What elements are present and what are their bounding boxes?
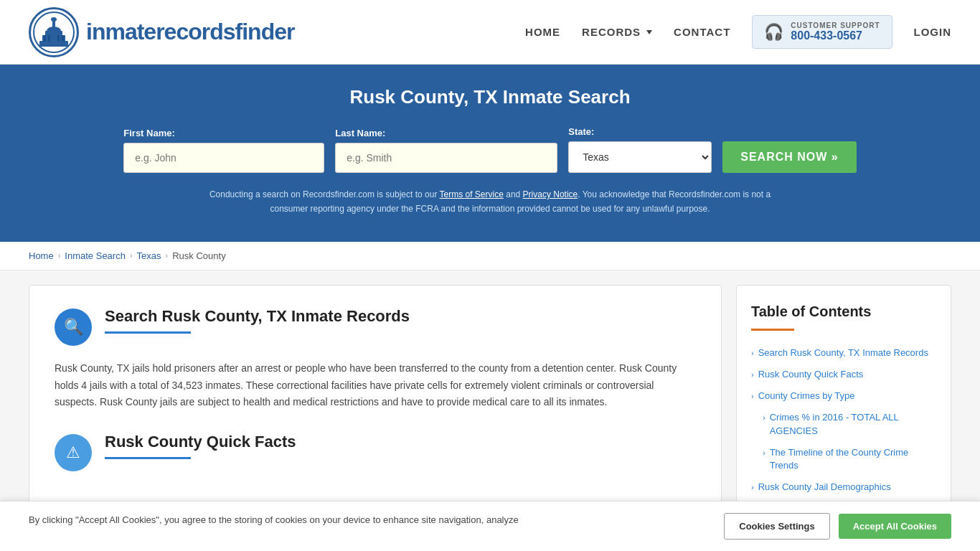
- svg-point-6: [51, 17, 57, 22]
- quick-facts-underline: [105, 457, 191, 459]
- customer-support-box[interactable]: 🎧 CUSTOMER SUPPORT 800-433-0567: [752, 15, 892, 49]
- logo-area: inmaterecordsfinder: [29, 7, 294, 57]
- breadcrumb-state[interactable]: Texas: [137, 250, 161, 261]
- support-label: CUSTOMER SUPPORT: [791, 22, 880, 29]
- quick-facts-icon: ⚠: [55, 434, 92, 471]
- quick-facts-title-wrap: Rusk County Quick Facts: [105, 433, 296, 459]
- toc-item[interactable]: ›Search Rusk County, TX Inmate Records: [751, 342, 936, 364]
- toc-list: ›Search Rusk County, TX Inmate Records›R…: [751, 342, 936, 499]
- toc-chevron-icon: ›: [751, 370, 754, 379]
- section-title-wrap: Search Rusk County, TX Inmate Records: [105, 307, 410, 334]
- breadcrumb: Home › Inmate Search › Texas › Rusk Coun…: [0, 242, 980, 270]
- search-form: First Name: Last Name: State: Texas SEAR…: [29, 126, 951, 173]
- breadcrumb-sep-1: ›: [58, 251, 61, 260]
- content-left: 🔍 Search Rusk County, TX Inmate Records …: [29, 285, 722, 517]
- support-text: CUSTOMER SUPPORT 800-433-0567: [791, 22, 880, 42]
- section-title-underline: [105, 331, 191, 334]
- first-name-label: First Name:: [123, 128, 324, 138]
- state-select[interactable]: Texas: [568, 141, 712, 173]
- logo-icon: [29, 7, 79, 57]
- cookie-accept-button[interactable]: Accept All Cookies: [839, 514, 951, 531]
- toc-link[interactable]: Crimes % in 2016 - TOTAL ALL AGENCIES: [770, 411, 936, 437]
- main-content: 🔍 Search Rusk County, TX Inmate Records …: [0, 270, 980, 532]
- svg-rect-8: [48, 35, 50, 42]
- toc-chevron-icon: ›: [751, 349, 754, 357]
- breadcrumb-county: Rusk County: [172, 250, 225, 261]
- section-body: Rusk County, TX jails hold prisoners aft…: [55, 360, 696, 411]
- privacy-link[interactable]: Privacy Notice: [523, 189, 578, 199]
- toc-item[interactable]: ›County Crimes by Type: [751, 385, 936, 407]
- cookie-banner: By clicking "Accept All Cookies", you ag…: [0, 501, 980, 531]
- nav-area: HOME RECORDS CONTACT 🎧 CUSTOMER SUPPORT …: [525, 15, 951, 49]
- last-name-input[interactable]: [335, 143, 557, 173]
- toc-link[interactable]: The Timeline of the County Crime Trends: [770, 446, 936, 472]
- hero-disclaimer: Conducting a search on Recordsfinder.com…: [196, 187, 784, 217]
- svg-rect-1: [39, 41, 68, 47]
- first-name-group: First Name:: [123, 128, 324, 173]
- toc-chevron-icon: ›: [751, 483, 754, 491]
- hero-title: Rusk County, TX Inmate Search: [29, 86, 951, 108]
- nav-records[interactable]: RECORDS: [582, 26, 652, 38]
- toc-item[interactable]: ›The Timeline of the County Crime Trends: [751, 442, 936, 476]
- hero-section: Rusk County, TX Inmate Search First Name…: [0, 65, 980, 242]
- content-right: Table of Contents ›Search Rusk County, T…: [736, 285, 951, 517]
- last-name-label: Last Name:: [335, 128, 557, 138]
- logo-text-part1: inmaterecords: [86, 19, 235, 44]
- breadcrumb-home[interactable]: Home: [29, 250, 54, 261]
- search-section-icon: 🔍: [55, 309, 92, 346]
- terms-link[interactable]: Terms of Service: [440, 189, 504, 199]
- svg-rect-7: [44, 35, 46, 42]
- quick-facts-title: Rusk County Quick Facts: [105, 433, 296, 451]
- last-name-group: Last Name:: [335, 128, 557, 173]
- breadcrumb-inmate-search[interactable]: Inmate Search: [65, 250, 126, 261]
- toc-chevron-icon: ›: [763, 413, 765, 422]
- state-label: State:: [568, 126, 712, 137]
- state-group: State: Texas: [568, 126, 712, 173]
- toc-underline: [751, 329, 794, 331]
- cookie-settings-button[interactable]: Cookies Settings: [724, 513, 829, 531]
- info-icon: ⚠: [66, 443, 80, 462]
- nav-contact[interactable]: CONTACT: [674, 26, 730, 38]
- cookie-text: By clicking "Accept All Cookies", you ag…: [29, 513, 710, 527]
- toc-title: Table of Contents: [751, 303, 936, 320]
- toc-link[interactable]: Rusk County Jail Demographics: [758, 481, 891, 494]
- toc-item[interactable]: ›Rusk County Quick Facts: [751, 364, 936, 385]
- toc-item[interactable]: ›Crimes % in 2016 - TOTAL ALL AGENCIES: [751, 407, 936, 441]
- toc-link[interactable]: County Crimes by Type: [758, 390, 855, 402]
- headphone-icon: 🎧: [764, 23, 783, 42]
- support-number: 800-433-0567: [791, 29, 880, 42]
- breadcrumb-sep-2: ›: [130, 251, 133, 260]
- cookie-buttons: Cookies Settings Accept All Cookies: [724, 513, 951, 531]
- svg-rect-9: [57, 35, 60, 42]
- nav-home[interactable]: HOME: [525, 26, 560, 38]
- main-section-header: 🔍 Search Rusk County, TX Inmate Records: [55, 307, 696, 346]
- quick-facts-header: ⚠ Rusk County Quick Facts: [55, 433, 696, 471]
- first-name-input[interactable]: [123, 143, 324, 173]
- svg-rect-10: [62, 35, 64, 42]
- section-title: Search Rusk County, TX Inmate Records: [105, 307, 410, 326]
- header: inmaterecordsfinder HOME RECORDS CONTACT…: [0, 0, 980, 65]
- search-icon: 🔍: [64, 318, 83, 336]
- records-chevron-icon: [646, 30, 652, 34]
- toc-chevron-icon: ›: [763, 448, 765, 457]
- toc-link[interactable]: Search Rusk County, TX Inmate Records: [758, 347, 928, 359]
- toc-item[interactable]: ›Rusk County Jail Demographics: [751, 476, 936, 498]
- nav-login[interactable]: LOGIN: [914, 26, 952, 38]
- toc-link[interactable]: Rusk County Quick Facts: [758, 368, 864, 381]
- quick-facts-section: ⚠ Rusk County Quick Facts: [55, 433, 696, 471]
- logo-text-part2: finder: [235, 19, 295, 44]
- logo-text: inmaterecordsfinder: [86, 19, 294, 45]
- search-button[interactable]: SEARCH NOW »: [722, 141, 856, 173]
- toc-chevron-icon: ›: [751, 392, 754, 400]
- breadcrumb-sep-3: ›: [166, 251, 169, 260]
